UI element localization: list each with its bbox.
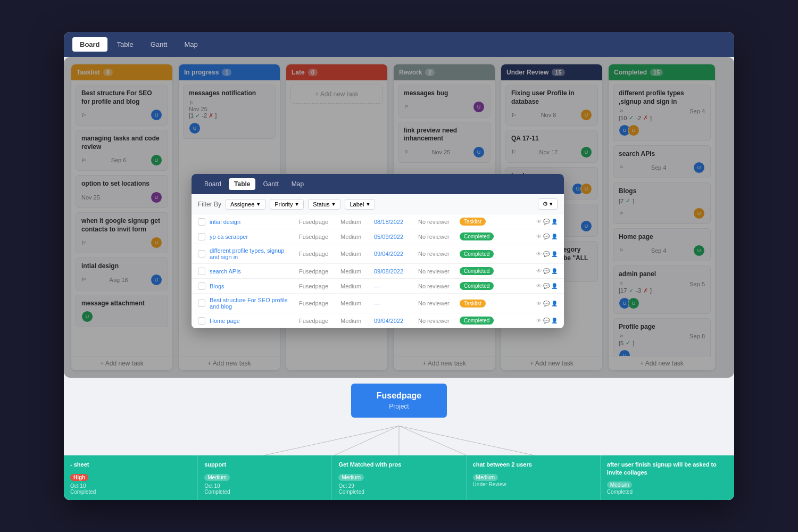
row-actions: 👁 💬 👤 xyxy=(536,301,558,306)
row-checkbox[interactable] xyxy=(198,300,205,307)
gantt-card-get-matched[interactable]: Get Matched with pros Medium Oct 29 Comp… xyxy=(331,455,466,500)
table-modal: Board Table Gantt Map Filter By Assignee… xyxy=(192,174,564,328)
filter-label: Filter By xyxy=(198,201,221,208)
top-navigation: Board Table Gantt Map xyxy=(64,32,734,57)
gantt-card-title: - sheet xyxy=(70,461,191,468)
row-checkbox[interactable] xyxy=(198,250,205,257)
row-checkbox[interactable] xyxy=(198,218,205,226)
gantt-card-status: Completed xyxy=(204,489,325,495)
gear-button[interactable]: ⚙ ▾ xyxy=(538,198,558,210)
tab-map[interactable]: Map xyxy=(177,37,205,52)
row-reviewer: No reviewer xyxy=(418,283,455,289)
priority-badge-medium: Medium xyxy=(338,474,364,481)
table-row[interactable]: yp ca scrapper Fusedpage Medium 05/09/20… xyxy=(192,229,564,244)
tab-board[interactable]: Board xyxy=(72,37,107,52)
row-priority: Medium xyxy=(340,283,370,289)
row-project: Fusedpage xyxy=(299,219,336,225)
row-date: 08/18/2022 xyxy=(374,219,414,225)
gantt-card-title: Get Matched with pros xyxy=(338,461,459,468)
row-task-name[interactable]: different profile types, signup and sign… xyxy=(210,247,295,260)
row-date: — xyxy=(374,283,414,289)
row-date: — xyxy=(374,300,414,306)
gantt-project-content: Fusedpage Project xyxy=(351,384,447,418)
row-task-name[interactable]: Home page xyxy=(210,318,295,324)
filter-priority[interactable]: Priority ▼ xyxy=(270,199,304,210)
gantt-card-chat[interactable]: chat between 2 users Medium Under Review xyxy=(466,455,600,500)
priority-badge-medium: Medium xyxy=(607,481,633,488)
row-project: Fusedpage xyxy=(299,318,336,324)
gantt-card-date: Oct 10 xyxy=(204,483,325,489)
modal-tab-map[interactable]: Map xyxy=(286,178,309,190)
filter-status[interactable]: Status ▼ xyxy=(308,199,340,210)
priority-badge-medium: Medium xyxy=(473,474,498,481)
row-priority: Medium xyxy=(340,268,370,275)
row-task-name[interactable]: intial design xyxy=(210,219,295,225)
gantt-card-invite[interactable]: after user finish signup will be asked t… xyxy=(600,455,734,500)
row-task-name[interactable]: Blogs xyxy=(210,283,295,289)
row-task-name[interactable]: Best structure For SEO profile and blog xyxy=(210,297,295,310)
gantt-card-title: support xyxy=(204,461,325,468)
table-row[interactable]: intial design Fusedpage Medium 08/18/202… xyxy=(192,214,564,229)
row-status: Completed xyxy=(460,282,532,290)
row-actions: 👁 💬 👤 xyxy=(536,219,558,225)
gantt-card-title: after user finish signup will be asked t… xyxy=(607,461,728,476)
priority-badge-medium: Medium xyxy=(204,474,230,481)
row-project: Fusedpage xyxy=(299,268,336,275)
row-reviewer: No reviewer xyxy=(418,234,455,240)
gantt-task-cards: - sheet High Oct 10 Completed support Me… xyxy=(64,455,734,500)
row-task-name[interactable]: yp ca scrapper xyxy=(210,234,295,240)
table-row[interactable]: Best structure For SEO profile and blog … xyxy=(192,294,564,313)
row-checkbox[interactable] xyxy=(198,233,205,240)
row-reviewer: No reviewer xyxy=(418,251,455,257)
row-status: Tasklist xyxy=(460,218,532,226)
gantt-project-name: Fusedpage xyxy=(372,391,426,401)
gantt-card-status: Under Review xyxy=(473,481,594,487)
gantt-project-sub: Project xyxy=(372,403,426,410)
row-status: Completed xyxy=(460,232,532,240)
modal-tab-gantt[interactable]: Gantt xyxy=(257,178,284,190)
gantt-card-status: Completed xyxy=(338,489,459,495)
row-date: 09/08/2022 xyxy=(374,268,414,275)
table-row[interactable]: Home page Fusedpage Medium 09/04/2022 No… xyxy=(192,313,564,328)
filter-label[interactable]: Label ▼ xyxy=(345,199,375,210)
row-priority: Medium xyxy=(340,219,370,225)
row-project: Fusedpage xyxy=(299,251,336,257)
row-status: Completed xyxy=(460,250,532,258)
modal-tab-table[interactable]: Table xyxy=(229,178,255,190)
row-project: Fusedpage xyxy=(299,300,336,306)
filter-assignee[interactable]: Assignee ▼ xyxy=(226,199,265,210)
row-date: 09/04/2022 xyxy=(374,318,414,324)
row-priority: Medium xyxy=(340,300,370,306)
row-checkbox[interactable] xyxy=(198,317,205,325)
row-priority: Medium xyxy=(340,251,370,257)
row-priority: Medium xyxy=(340,234,370,240)
table-content: intial design Fusedpage Medium 08/18/202… xyxy=(192,214,564,328)
row-checkbox[interactable] xyxy=(198,282,205,290)
row-actions: 👁 💬 👤 xyxy=(536,251,558,257)
tab-table[interactable]: Table xyxy=(110,37,141,52)
tab-gantt[interactable]: Gantt xyxy=(143,37,175,52)
row-task-name[interactable]: search APIs xyxy=(210,268,295,275)
gantt-card-support[interactable]: support Medium Oct 10 Completed xyxy=(197,455,331,500)
table-row[interactable]: different profile types, signup and sign… xyxy=(192,244,564,264)
row-reviewer: No reviewer xyxy=(418,219,455,225)
row-actions: 👁 💬 👤 xyxy=(536,234,558,239)
row-actions: 👁 💬 👤 xyxy=(536,268,558,274)
row-status: Tasklist xyxy=(460,300,532,307)
row-project: Fusedpage xyxy=(299,234,336,240)
row-priority: Medium xyxy=(340,318,370,324)
table-filters: Filter By Assignee ▼ Priority ▼ Status ▼… xyxy=(192,194,564,214)
board-area: Tasklist 8 Best structure For SEO for pr… xyxy=(64,57,734,378)
priority-badge-high: High xyxy=(70,474,88,481)
modal-tab-board[interactable]: Board xyxy=(199,178,227,190)
table-row[interactable]: Blogs Fusedpage Medium — No reviewer Com… xyxy=(192,279,564,294)
table-modal-nav: Board Table Gantt Map xyxy=(192,174,564,194)
row-checkbox[interactable] xyxy=(198,268,205,275)
row-reviewer: No reviewer xyxy=(418,318,455,324)
gantt-card-date: Oct 10 xyxy=(70,483,191,489)
gantt-card-sheet[interactable]: - sheet High Oct 10 Completed xyxy=(64,455,197,500)
row-reviewer: No reviewer xyxy=(418,268,455,275)
table-row[interactable]: search APIs Fusedpage Medium 09/08/2022 … xyxy=(192,264,564,279)
gantt-card-date: Oct 29 xyxy=(338,483,459,489)
gantt-bottom: Fusedpage Project - sheet High Oct 10 Co… xyxy=(64,378,734,500)
